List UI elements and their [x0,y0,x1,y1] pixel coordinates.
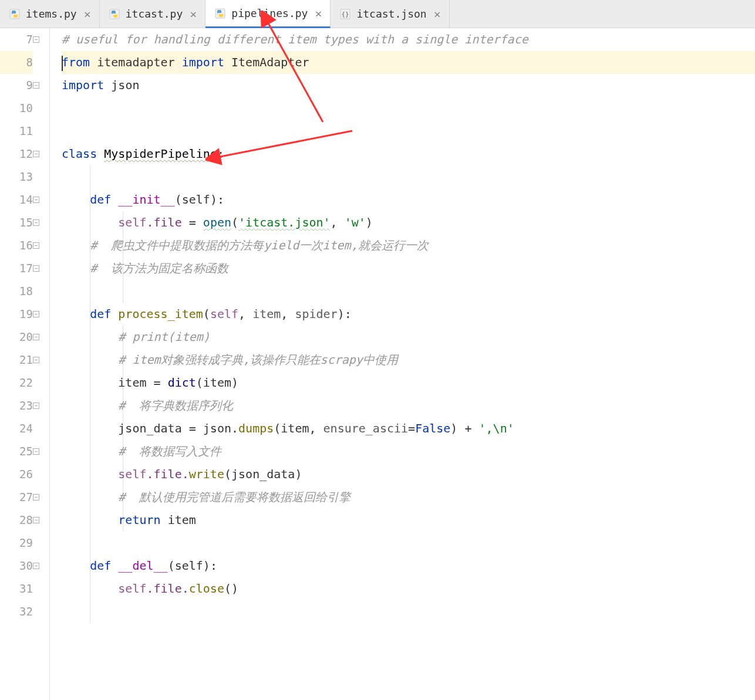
python-file-icon [108,8,121,21]
fold-marker[interactable]: − [33,265,39,272]
fold-marker[interactable]: − [33,403,39,409]
tab-items-py[interactable]: items.py × [0,0,100,28]
code-line: # 该方法为固定名称函数 [62,257,755,280]
gutter: 7− 8 9− 10 11 12− 13 14− 15− 16− 17− 18 … [0,28,50,700]
code-line: def __del__(self): [62,554,755,577]
code-line: def __init__(self): [62,188,755,211]
close-icon[interactable]: × [82,7,93,21]
line-number: 28− [0,509,33,532]
json-file-icon: {} [339,8,352,21]
code-line [62,165,755,188]
line-number: 32 [0,600,33,623]
line-number: 7− [0,28,33,51]
code-area[interactable]: # useful for handling different item typ… [50,28,755,700]
code-line: def process_item(self, item, spider): [62,303,755,326]
code-line: # useful for handling different item typ… [62,28,755,51]
line-number: 18 [0,280,33,303]
line-number: 30− [0,554,33,577]
line-number: 17− [0,257,33,280]
editor: 7− 8 9− 10 11 12− 13 14− 15− 16− 17− 18 … [0,28,755,700]
line-number: 21− [0,349,33,371]
line-number: 11 [0,120,33,143]
fold-marker[interactable]: − [33,36,39,43]
line-number: 29 [0,532,33,554]
line-number: 19− [0,303,33,326]
python-file-icon [8,8,21,21]
code-line: self.file.close() [62,577,755,600]
code-line: # 将数据写入文件 [62,440,755,463]
fold-marker[interactable]: − [33,494,39,501]
fold-marker[interactable]: − [33,563,39,569]
code-line: # print(item) [62,326,755,349]
line-number: 14− [0,188,33,211]
tab-label: itcast.json [356,8,426,20]
svg-text:{}: {} [342,11,349,18]
tab-label: pipelines.py [231,7,308,19]
fold-marker[interactable]: − [33,219,39,226]
line-number: 25− [0,440,33,463]
line-number: 15− [0,211,33,234]
fold-marker[interactable]: − [33,82,39,89]
code-line: self.file.write(json_data) [62,463,755,486]
fold-marker[interactable]: − [33,197,39,203]
tab-bar: items.py × itcast.py × pipelines.py × {}… [0,0,755,28]
line-number: 8 [0,51,33,74]
tab-itcast-json[interactable]: {} itcast.json × [331,0,449,28]
line-number: 13 [0,165,33,188]
code-line: # 爬虫文件中提取数据的方法每yield一次item,就会运行一次 [62,234,755,257]
fold-marker[interactable]: − [33,151,39,157]
code-line [62,532,755,554]
tab-itcast-py[interactable]: itcast.py × [100,0,206,28]
fold-marker[interactable]: − [33,357,39,363]
line-number: 26 [0,463,33,486]
python-file-icon [214,7,227,20]
line-number: 10 [0,97,33,120]
line-number: 9− [0,74,33,97]
code-line: return item [62,509,755,532]
line-number: 24 [0,417,33,440]
code-line: from itemadapter import ItemAdapter [62,51,755,74]
code-line: import json [62,74,755,97]
code-line [62,280,755,303]
line-number: 16− [0,234,33,257]
code-line: # item对象强转成字典,该操作只能在scrapy中使用 [62,349,755,371]
code-line: self.file = open('itcast.json', 'w') [62,211,755,234]
line-number: 20− [0,326,33,349]
fold-marker[interactable]: − [33,311,39,317]
close-icon[interactable]: × [187,7,199,21]
code-line: # 将字典数据序列化 [62,394,755,417]
code-line [62,600,755,623]
code-line [62,97,755,120]
line-number: 12− [0,143,33,165]
line-number: 22 [0,371,33,394]
code-line: # 默认使用完管道后需要将数据返回给引擎 [62,486,755,509]
tab-label: itcast.py [126,8,183,20]
tab-pipelines-py[interactable]: pipelines.py × [205,0,331,28]
code-line: class MyspiderPipeline: [62,143,755,165]
tab-label: items.py [26,8,77,20]
code-line: json_data = json.dumps(item, ensure_asci… [62,417,755,440]
fold-marker[interactable]: − [33,242,39,249]
fold-marker[interactable]: − [33,448,39,455]
close-icon[interactable]: × [312,6,324,21]
code-line: item = dict(item) [62,371,755,394]
code-line [62,120,755,143]
line-number: 31 [0,577,33,600]
fold-marker[interactable]: − [33,517,39,523]
close-icon[interactable]: × [432,7,443,21]
fold-marker[interactable]: − [33,334,39,340]
line-number: 23− [0,394,33,417]
line-number: 27− [0,486,33,509]
